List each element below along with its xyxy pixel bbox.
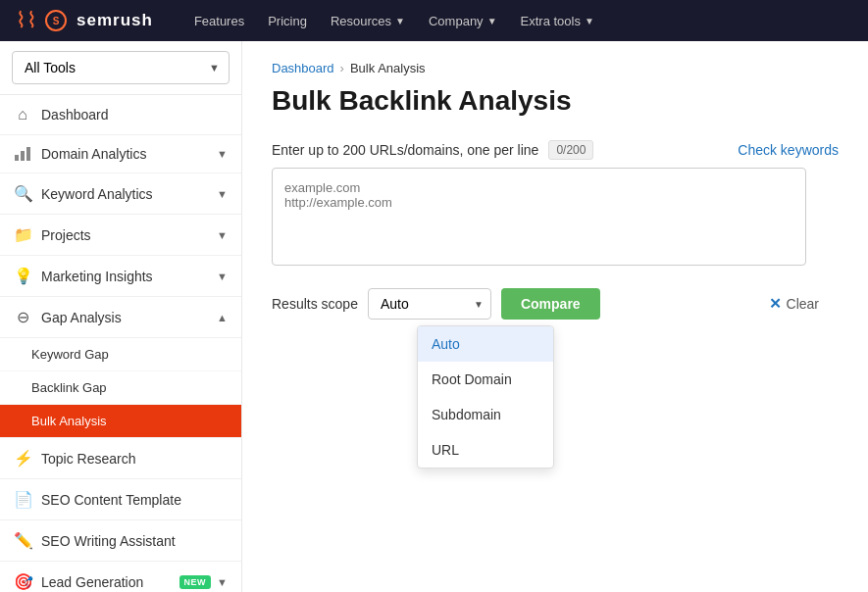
nav-resources[interactable]: Resources ▼ [321, 10, 415, 32]
keyword-analytics-expand-icon: ▼ [217, 188, 228, 200]
keyword-analytics-icon: 🔍 [14, 184, 31, 203]
domain-analytics-expand-icon: ▼ [217, 148, 228, 160]
all-tools-wrapper: All Tools ▼ [12, 51, 230, 84]
url-input-label-row: Enter up to 200 URLs/domains, one per li… [272, 140, 839, 160]
gap-analysis-icon: ⊖ [14, 308, 31, 326]
dropdown-option-subdomain[interactable]: Subdomain [418, 397, 553, 432]
results-scope-row: Results scope Auto Root Domain Subdomain… [272, 288, 839, 320]
all-tools-select[interactable]: All Tools [12, 51, 230, 84]
dropdown-option-url[interactable]: URL [418, 432, 553, 468]
breadcrumb-current: Bulk Analysis [350, 61, 426, 75]
brand-name: semrush [77, 11, 153, 30]
svg-rect-4 [26, 147, 30, 161]
url-count-badge: 0/200 [548, 140, 593, 160]
projects-expand-icon: ▼ [217, 229, 228, 241]
sidebar-item-marketing-insights[interactable]: 💡 Marketing Insights ▼ [0, 256, 241, 297]
resources-dropdown-icon: ▼ [395, 16, 405, 26]
main-layout: All Tools ▼ ⌂ Dashboard Domain Analytics… [0, 41, 868, 592]
nav-company[interactable]: Company ▼ [419, 10, 507, 32]
clear-x-icon: ✕ [769, 295, 782, 313]
sidebar-item-dashboard[interactable]: ⌂ Dashboard [0, 95, 241, 135]
sidebar-item-backlink-gap[interactable]: Backlink Gap [0, 371, 241, 405]
sidebar-item-seo-content-template[interactable]: 📄 SEO Content Template [0, 479, 241, 520]
sidebar-item-lead-generation[interactable]: 🎯 Lead Generation NEW ▼ [0, 562, 241, 592]
svg-text:S: S [53, 16, 60, 26]
sidebar-item-seo-writing-assistant[interactable]: ✏️ SEO Writing Assistant [0, 520, 241, 562]
nav-links: Features Pricing Resources ▼ Company ▼ E… [184, 10, 604, 32]
nav-features[interactable]: Features [184, 10, 254, 32]
extra-tools-dropdown-icon: ▼ [585, 16, 594, 26]
svg-rect-2 [15, 155, 19, 161]
new-badge: NEW [179, 575, 212, 589]
sidebar-item-bulk-analysis[interactable]: Bulk Analysis [0, 405, 241, 438]
company-dropdown-icon: ▼ [487, 16, 497, 26]
scope-dropdown-menu: Auto Root Domain Subdomain URL [417, 325, 554, 469]
marketing-insights-expand-icon: ▼ [217, 271, 228, 282]
breadcrumb: Dashboard › Bulk Analysis [272, 61, 839, 75]
compare-button[interactable]: Compare [501, 288, 600, 320]
logo-icon: ⌇⌇ [16, 8, 37, 33]
scope-select[interactable]: Auto Root Domain Subdomain URL [368, 288, 491, 320]
marketing-insights-icon: 💡 [14, 267, 31, 285]
breadcrumb-separator: › [340, 61, 344, 75]
projects-icon: 📁 [14, 225, 31, 244]
dropdown-option-root-domain[interactable]: Root Domain [418, 362, 553, 397]
logo-emblem: S [45, 10, 67, 31]
sidebar-item-gap-analysis[interactable]: ⊖ Gap Analysis ▲ [0, 297, 241, 338]
seo-content-template-icon: 📄 [14, 490, 31, 509]
results-scope-label: Results scope [272, 296, 358, 312]
sidebar-item-keyword-analytics[interactable]: 🔍 Keyword Analytics ▼ [0, 173, 241, 215]
sidebar-item-projects[interactable]: 📁 Projects ▼ [0, 215, 241, 256]
sidebar-item-domain-analytics[interactable]: Domain Analytics ▼ [0, 135, 241, 173]
lead-generation-icon: 🎯 [14, 572, 31, 591]
lead-generation-expand-icon: ▼ [217, 576, 228, 588]
sidebar-item-topic-research[interactable]: ⚡ Topic Research [0, 438, 241, 479]
topic-research-icon: ⚡ [14, 449, 31, 468]
page-title: Bulk Backlink Analysis [272, 85, 839, 117]
sidebar-select-container: All Tools ▼ [0, 41, 241, 95]
seo-writing-assistant-icon: ✏️ [14, 531, 31, 550]
clear-button[interactable]: ✕ Clear [769, 295, 819, 313]
breadcrumb-home[interactable]: Dashboard [272, 61, 334, 75]
top-nav: ⌇⌇ S semrush Features Pricing Resources … [0, 0, 868, 41]
nav-extra-tools[interactable]: Extra tools ▼ [511, 10, 604, 32]
dashboard-icon: ⌂ [14, 106, 31, 123]
sidebar-item-keyword-gap[interactable]: Keyword Gap [0, 338, 241, 371]
brand-logo: ⌇⌇ S semrush [16, 8, 153, 33]
domain-analytics-icon [14, 147, 31, 161]
svg-rect-3 [21, 151, 25, 161]
scope-select-wrapper: Auto Root Domain Subdomain URL ▼ [368, 288, 491, 320]
url-input-section: Enter up to 200 URLs/domains, one per li… [272, 140, 839, 269]
main-content: Dashboard › Bulk Analysis Bulk Backlink … [242, 41, 868, 592]
nav-pricing[interactable]: Pricing [258, 10, 317, 32]
dropdown-option-auto[interactable]: Auto [418, 326, 553, 362]
sidebar: All Tools ▼ ⌂ Dashboard Domain Analytics… [0, 41, 242, 592]
gap-analysis-expand-icon: ▲ [217, 312, 228, 323]
check-keywords-link[interactable]: Check keywords [738, 142, 839, 158]
url-textarea[interactable] [272, 168, 806, 266]
